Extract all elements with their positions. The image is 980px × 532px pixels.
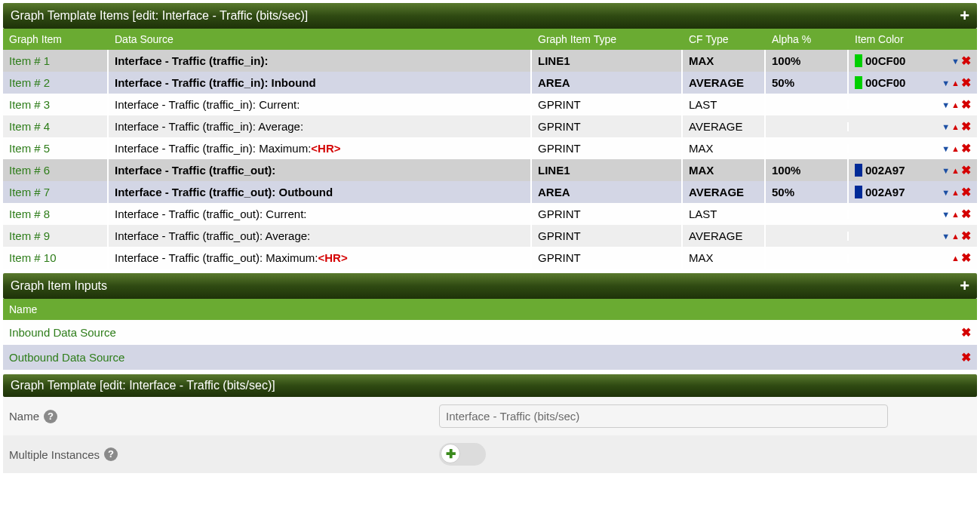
color-hex: 002A97 (865, 186, 905, 198)
delete-icon[interactable]: ✖ (961, 99, 971, 111)
item-link[interactable]: Item # 7 (9, 186, 50, 198)
table-row: Item # 6Interface - Traffic (traffic_out… (3, 159, 977, 181)
data-source-cell: Interface - Traffic (traffic_out): Avera… (109, 225, 532, 247)
color-hex: 002A97 (865, 164, 905, 177)
cf-type-cell: MAX (683, 247, 766, 269)
move-down-icon[interactable]: ▼ (942, 144, 950, 153)
alpha-cell: 100% (766, 50, 849, 72)
move-down-icon[interactable]: ▼ (942, 188, 950, 197)
color-hex: 00CF00 (865, 54, 905, 67)
move-up-icon[interactable]: ▲ (951, 166, 960, 175)
color-cell: 00CF00▼✖ (849, 50, 977, 72)
move-down-icon[interactable]: ▼ (942, 78, 950, 88)
hr-tag: <HR> (318, 251, 348, 264)
item-type-cell: LINE1 (532, 159, 683, 181)
color-cell: ▼▲✖ (849, 226, 977, 247)
input-link[interactable]: Inbound Data Source (9, 326, 961, 339)
data-source-cell: Interface - Traffic (traffic_in): Inboun… (109, 72, 532, 94)
cf-type-cell: MAX (683, 159, 766, 181)
delete-icon[interactable]: ✖ (961, 165, 971, 177)
move-up-icon[interactable]: ▲ (951, 210, 960, 219)
delete-icon[interactable]: ✖ (961, 77, 971, 89)
move-up-icon[interactable]: ▲ (951, 188, 960, 197)
item-type-cell: GPRINT (532, 137, 683, 159)
move-up-icon[interactable]: ▲ (951, 232, 960, 241)
move-up-icon[interactable]: ▲ (951, 122, 960, 131)
move-up-icon[interactable]: ▲ (951, 144, 960, 153)
cf-type-cell: AVERAGE (683, 115, 766, 137)
move-down-icon[interactable]: ▼ (942, 166, 950, 175)
col-item-color: Item Color (849, 29, 977, 50)
delete-icon[interactable]: ✖ (961, 208, 971, 220)
alpha-cell (766, 232, 849, 241)
cf-type-cell: MAX (683, 50, 766, 72)
cf-type-cell: LAST (683, 203, 766, 225)
table-row: Item # 1Interface - Traffic (traffic_in)… (3, 50, 977, 72)
move-up-icon[interactable]: ▲ (951, 100, 960, 109)
color-swatch (855, 76, 862, 89)
cf-type-cell: MAX (683, 137, 766, 159)
add-input-icon[interactable]: + (960, 278, 969, 294)
col-input-name: Name (9, 303, 37, 315)
item-link[interactable]: Item # 6 (9, 164, 50, 177)
table-row: Item # 9Interface - Traffic (traffic_out… (3, 225, 977, 247)
item-link[interactable]: Item # 9 (9, 229, 50, 242)
alpha-cell: 50% (766, 181, 849, 203)
delete-icon[interactable]: ✖ (961, 55, 971, 67)
data-source-cell: Interface - Traffic (traffic_out): Curre… (109, 203, 532, 225)
delete-icon[interactable]: ✖ (961, 327, 971, 339)
delete-icon[interactable]: ✖ (961, 252, 971, 264)
item-link[interactable]: Item # 1 (9, 54, 50, 67)
col-item-type: Graph Item Type (532, 29, 683, 50)
data-source-cell: Interface - Traffic (traffic_in): Maximu… (109, 137, 532, 159)
table-row: Item # 3Interface - Traffic (traffic_in)… (3, 94, 977, 115)
col-graph-item: Graph Item (3, 29, 109, 50)
move-up-icon[interactable]: ▲ (951, 254, 960, 263)
table-row: Item # 10Interface - Traffic (traffic_ou… (3, 247, 977, 269)
name-input[interactable] (439, 404, 888, 428)
data-source-cell: Interface - Traffic (traffic_in): Averag… (109, 115, 532, 137)
alpha-cell: 50% (766, 72, 849, 94)
item-link[interactable]: Item # 3 (9, 98, 50, 111)
data-source-cell: Interface - Traffic (traffic_out): Outbo… (109, 181, 532, 203)
item-link[interactable]: Item # 10 (9, 251, 57, 264)
multiple-instances-toggle[interactable]: ✚ (439, 443, 486, 466)
inputs-section-header: Graph Item Inputs + (3, 273, 977, 299)
item-type-cell: GPRINT (532, 247, 683, 269)
move-down-icon[interactable]: ▼ (942, 100, 950, 109)
color-swatch (855, 186, 862, 198)
delete-icon[interactable]: ✖ (961, 186, 971, 198)
help-icon[interactable]: ? (44, 410, 57, 423)
item-link[interactable]: Item # 2 (9, 76, 50, 89)
move-down-icon[interactable]: ▼ (942, 122, 950, 131)
data-source-cell: Interface - Traffic (traffic_in): Curren… (109, 94, 532, 115)
form-row-name: Name ? (3, 397, 977, 435)
hr-tag: <HR> (311, 142, 340, 155)
help-icon[interactable]: ? (104, 447, 118, 461)
color-cell: ▼▲✖ (849, 138, 977, 159)
delete-icon[interactable]: ✖ (961, 230, 971, 242)
input-link[interactable]: Outbound Data Source (9, 351, 961, 364)
item-link[interactable]: Item # 4 (9, 120, 50, 133)
delete-icon[interactable]: ✖ (961, 143, 971, 155)
cf-type-cell: AVERAGE (683, 225, 766, 247)
item-type-cell: GPRINT (532, 225, 683, 247)
move-down-icon[interactable]: ▼ (942, 232, 950, 241)
item-link[interactable]: Item # 8 (9, 208, 50, 220)
template-section-header: Graph Template [edit: Interface - Traffi… (3, 374, 977, 397)
table-row: Item # 2Interface - Traffic (traffic_in)… (3, 72, 977, 94)
inputs-section-title: Graph Item Inputs (11, 279, 107, 293)
move-down-icon[interactable]: ▼ (942, 210, 950, 219)
item-type-cell: GPRINT (532, 203, 683, 225)
color-cell: ▲✖ (849, 248, 977, 269)
move-up-icon[interactable]: ▲ (951, 78, 960, 88)
color-hex: 00CF00 (865, 76, 905, 89)
add-item-icon[interactable]: + (960, 8, 969, 24)
delete-icon[interactable]: ✖ (961, 121, 971, 133)
move-down-icon[interactable]: ▼ (951, 57, 960, 66)
cf-type-cell: AVERAGE (683, 72, 766, 94)
col-cf-type: CF Type (683, 29, 766, 50)
item-link[interactable]: Item # 5 (9, 142, 50, 155)
delete-icon[interactable]: ✖ (961, 352, 971, 364)
data-source-cell: Interface - Traffic (traffic_in): (109, 50, 532, 72)
